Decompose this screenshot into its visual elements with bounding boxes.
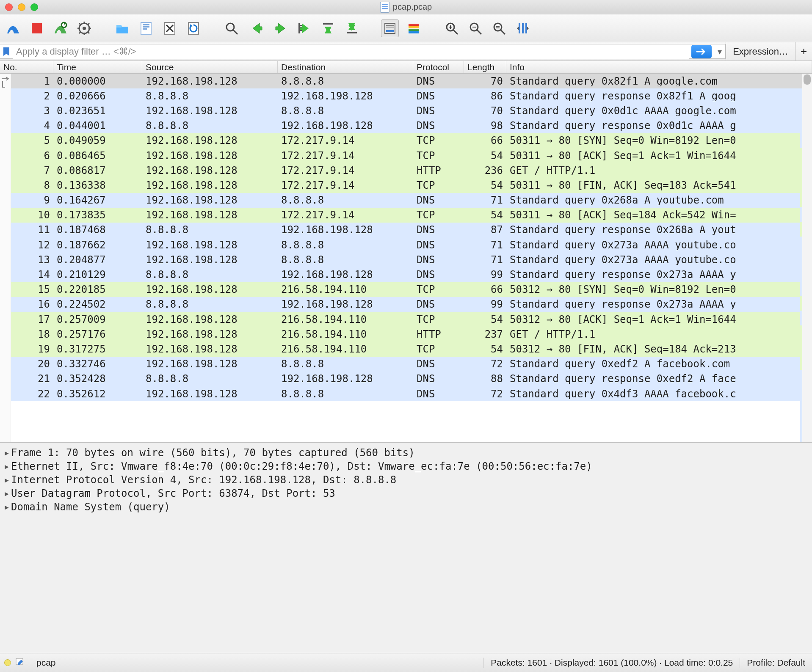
cell-length: 54 — [464, 314, 506, 325]
packet-row[interactable]: 60.086465192.168.198.128172.217.9.14TCP5… — [11, 148, 800, 163]
cell-protocol: DNS — [413, 374, 464, 384]
packet-row[interactable]: 180.257176192.168.198.128216.58.194.110H… — [11, 327, 800, 342]
packet-row[interactable]: 200.332746192.168.198.1288.8.8.8DNS72Sta… — [11, 357, 800, 372]
cell-no: 21 — [11, 374, 53, 384]
go-forward-button[interactable] — [272, 19, 290, 37]
zoom-in-button[interactable] — [443, 19, 461, 37]
stop-capture-button[interactable] — [28, 19, 46, 37]
colorize-button[interactable] — [405, 19, 423, 37]
apply-filter-button[interactable] — [691, 45, 712, 58]
packet-row[interactable]: 10.000000192.168.198.1288.8.8.8DNS70Stan… — [11, 74, 800, 88]
detail-tree-node[interactable]: ▸ Internet Protocol Version 4, Src: 192.… — [3, 473, 809, 487]
zoom-window-button[interactable] — [30, 3, 38, 11]
disclosure-triangle-icon[interactable]: ▸ — [3, 460, 11, 472]
zoom-reset-button[interactable] — [490, 19, 508, 37]
packet-row[interactable]: 170.257009192.168.198.128216.58.194.110T… — [11, 312, 800, 327]
cell-length: 99 — [464, 270, 506, 280]
auto-scroll-button[interactable] — [381, 19, 399, 37]
packet-row[interactable]: 40.0440018.8.8.8192.168.198.128DNS98Stan… — [11, 118, 800, 133]
disclosure-triangle-icon[interactable]: ▸ — [3, 487, 11, 499]
packet-list-header[interactable]: No. Time Source Destination Protocol Len… — [0, 61, 812, 74]
svg-rect-25 — [298, 28, 302, 28]
svg-rect-32 — [386, 30, 394, 32]
cell-protocol: DNS — [413, 359, 464, 369]
packet-row[interactable]: 210.3524288.8.8.8192.168.198.128DNS88Sta… — [11, 372, 800, 386]
packet-row[interactable]: 190.317275192.168.198.128216.58.194.110T… — [11, 342, 800, 356]
disclosure-triangle-icon[interactable]: ▸ — [3, 474, 11, 486]
vertical-scrollbar[interactable] — [802, 74, 812, 442]
cell-protocol: DNS — [413, 240, 464, 250]
cell-destination: 8.8.8.8 — [278, 240, 413, 250]
edit-capture-comment-icon[interactable] — [15, 657, 25, 669]
filter-history-dropdown[interactable]: ▾ — [714, 47, 725, 57]
cell-destination: 8.8.8.8 — [278, 195, 413, 205]
detail-tree-node[interactable]: ▸ Ethernet II, Src: Vmware_f8:4e:70 (00:… — [3, 460, 809, 473]
expression-button[interactable]: Expression… — [726, 42, 795, 61]
svg-line-11 — [79, 32, 81, 33]
cell-protocol: DNS — [413, 389, 464, 399]
expert-info-icon[interactable] — [4, 659, 11, 666]
packet-row[interactable]: 110.1874688.8.8.8192.168.198.128DNS87Sta… — [11, 223, 800, 237]
packet-row[interactable]: 100.173835192.168.198.128172.217.9.14TCP… — [11, 208, 800, 223]
packet-row[interactable]: 120.187662192.168.198.1288.8.8.8DNS71Sta… — [11, 237, 800, 252]
packet-row[interactable]: 130.204877192.168.198.1288.8.8.8DNS71Sta… — [11, 252, 800, 267]
cell-info: GET / HTTP/1.1 — [506, 165, 800, 176]
cell-no: 22 — [11, 389, 53, 399]
capture-options-button[interactable] — [75, 19, 93, 37]
detail-tree-node[interactable]: ▸ Domain Name System (query) — [3, 500, 809, 514]
cell-info: Standard query 0x4df3 AAAA facebook.c — [506, 389, 800, 399]
disclosure-triangle-icon[interactable]: ▸ — [3, 447, 11, 459]
add-filter-button[interactable]: + — [795, 42, 812, 61]
packet-row[interactable]: 150.220185192.168.198.128216.58.194.110T… — [11, 282, 800, 297]
reload-file-button[interactable] — [185, 19, 202, 37]
save-file-button[interactable] — [137, 19, 155, 37]
cell-no: 5 — [11, 135, 53, 146]
open-file-button[interactable] — [113, 19, 131, 37]
cell-time: 0.204877 — [53, 255, 142, 265]
minimize-window-button[interactable] — [18, 3, 25, 11]
display-filter-input[interactable] — [13, 44, 689, 59]
close-window-button[interactable] — [5, 3, 13, 11]
packet-row[interactable]: 50.049059192.168.198.128172.217.9.14TCP6… — [11, 133, 800, 148]
column-header-source[interactable]: Source — [142, 61, 278, 73]
go-first-packet-button[interactable] — [319, 19, 337, 37]
zoom-out-button[interactable] — [467, 19, 484, 37]
packet-row[interactable]: 160.2245028.8.8.8192.168.198.128DNS99Sta… — [11, 297, 800, 312]
status-profile[interactable]: Profile: Default — [740, 658, 812, 668]
close-file-button[interactable] — [161, 19, 179, 37]
cell-source: 192.168.198.128 — [142, 344, 278, 354]
column-header-time[interactable]: Time — [53, 61, 142, 73]
go-to-packet-button[interactable] — [296, 19, 313, 37]
packet-row[interactable]: 220.352612192.168.198.1288.8.8.8DNS72Sta… — [11, 386, 800, 401]
packet-rows[interactable]: 10.000000192.168.198.1288.8.8.8DNS70Stan… — [11, 74, 800, 442]
cell-no: 11 — [11, 225, 53, 235]
find-packet-button[interactable] — [223, 19, 240, 37]
column-header-protocol[interactable]: Protocol — [413, 61, 464, 73]
packet-row[interactable]: 20.0206668.8.8.8192.168.198.128DNS86Stan… — [11, 88, 800, 103]
disclosure-triangle-icon[interactable]: ▸ — [3, 501, 11, 513]
cell-source: 192.168.198.128 — [142, 106, 278, 116]
packet-row[interactable]: 80.136338192.168.198.128172.217.9.14TCP5… — [11, 178, 800, 193]
packet-details-pane[interactable]: ▸ Frame 1: 70 bytes on wire (560 bits), … — [0, 443, 812, 639]
packet-row[interactable]: 140.2101298.8.8.8192.168.198.128DNS99Sta… — [11, 267, 800, 282]
column-header-length[interactable]: Length — [464, 61, 506, 73]
packet-row[interactable]: 90.164267192.168.198.1288.8.8.8DNS71Stan… — [11, 193, 800, 208]
column-header-info[interactable]: Info — [506, 61, 812, 73]
bookmark-icon[interactable] — [0, 47, 13, 57]
cell-info: Standard query response 0xedf2 A face — [506, 374, 800, 384]
cell-source: 192.168.198.128 — [142, 76, 278, 86]
shark-fin-icon[interactable] — [4, 19, 22, 37]
cell-length: 72 — [464, 389, 506, 399]
packet-row[interactable]: 70.086817192.168.198.128172.217.9.14HTTP… — [11, 163, 800, 178]
resize-columns-button[interactable] — [514, 19, 532, 37]
svg-line-45 — [501, 30, 505, 34]
cell-protocol: DNS — [413, 270, 464, 280]
column-header-destination[interactable]: Destination — [278, 61, 413, 73]
go-back-button[interactable] — [248, 19, 266, 37]
detail-tree-node[interactable]: ▸ User Datagram Protocol, Src Port: 6387… — [3, 487, 809, 500]
restart-capture-button[interactable] — [52, 19, 69, 37]
column-header-no[interactable]: No. — [0, 61, 53, 73]
detail-tree-node[interactable]: ▸ Frame 1: 70 bytes on wire (560 bits), … — [3, 446, 809, 460]
packet-row[interactable]: 30.023651192.168.198.1288.8.8.8DNS70Stan… — [11, 103, 800, 118]
go-last-packet-button[interactable] — [343, 19, 361, 37]
